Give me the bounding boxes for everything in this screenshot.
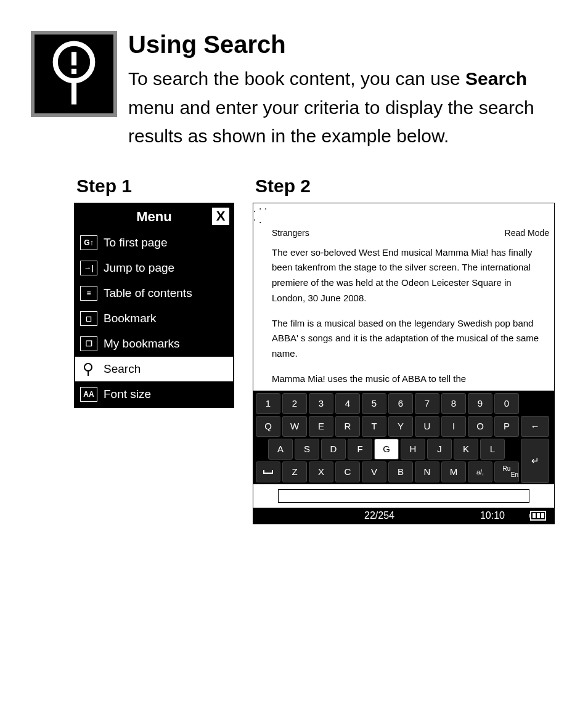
key-backspace[interactable]: ← <box>521 416 549 437</box>
menu-item-font-size[interactable]: AA Font size <box>75 381 233 407</box>
on-screen-keyboard: 1234567890 QWERTYUIOP ← ASDFGHJKL ZXCVBN… <box>253 391 554 484</box>
intro-pre: To search the book content, you can use <box>128 68 465 89</box>
jump-icon: →| <box>80 261 97 275</box>
svg-rect-7 <box>529 514 531 518</box>
key-3[interactable]: 3 <box>309 393 333 414</box>
menu-item-label: Jump to page <box>104 261 174 275</box>
key-language[interactable]: RuEn <box>494 461 519 482</box>
menu-item-jump[interactable]: →| Jump to page <box>75 255 233 280</box>
svg-rect-10 <box>541 513 544 518</box>
key-a[interactable]: A <box>268 439 293 460</box>
key-5[interactable]: 5 <box>362 393 386 414</box>
key-b[interactable]: B <box>388 461 413 482</box>
intro-text: To search the book content, you can use … <box>128 65 557 151</box>
key-x[interactable]: X <box>309 461 333 482</box>
key-l[interactable]: L <box>480 439 505 460</box>
menu-panel: Menu X G↑ To first page →| Jump to page … <box>74 203 234 408</box>
svg-rect-8 <box>533 513 536 518</box>
first-page-icon: G↑ <box>80 235 97 250</box>
reader-paragraph: The ever so-beloved West End musical Mam… <box>272 245 541 306</box>
page-title: Using Search <box>128 31 557 59</box>
key-v[interactable]: V <box>362 461 386 482</box>
intro-bold: Search <box>465 68 527 89</box>
menu-item-label: To first page <box>104 236 168 250</box>
read-mode-label: Read Mode <box>505 228 549 238</box>
svg-rect-1 <box>71 79 76 104</box>
status-bar: 22/254 10:10 <box>253 508 554 524</box>
key-8[interactable]: 8 <box>441 393 466 414</box>
menu-item-label: Search <box>104 362 141 376</box>
key-q[interactable]: Q <box>256 416 280 437</box>
step1-label: Step 1 <box>74 176 234 197</box>
key-0[interactable]: 0 <box>494 393 519 414</box>
step2-label: Step 2 <box>253 176 555 197</box>
menu-item-label: Bookmark <box>104 312 157 325</box>
page-counter: 22/254 <box>364 510 394 521</box>
key-j[interactable]: J <box>427 439 452 460</box>
corner-dots-icon: . · ·· . <box>253 203 554 225</box>
key-f[interactable]: F <box>348 439 372 460</box>
menu-item-toc[interactable]: ≡ Table of contents <box>75 280 233 306</box>
intro-post: menu and enter your criteria to display … <box>128 97 534 147</box>
reader-paragraph: Mamma Mia! uses the music of ABBA to tel… <box>272 372 541 387</box>
bookmarks-icon: ❐ <box>80 336 97 351</box>
clock: 10:10 <box>480 510 505 521</box>
search-icon <box>80 362 97 376</box>
svg-rect-3 <box>71 69 76 74</box>
section-icon <box>31 31 117 117</box>
menu-title-bar: Menu X <box>75 204 233 230</box>
key-symbols[interactable]: a/, <box>468 461 492 482</box>
key-r[interactable]: R <box>335 416 360 437</box>
key-1[interactable]: 1 <box>256 393 280 414</box>
key-i[interactable]: I <box>441 416 466 437</box>
menu-item-my-bookmarks[interactable]: ❐ My bookmarks <box>75 331 233 356</box>
menu-title: Menu <box>136 209 171 225</box>
key-e[interactable]: E <box>309 416 333 437</box>
svg-point-4 <box>84 364 92 371</box>
key-d[interactable]: D <box>321 439 346 460</box>
menu-item-first-page[interactable]: G↑ To first page <box>75 230 233 255</box>
battery-icon <box>529 511 548 521</box>
key-space[interactable] <box>256 461 280 482</box>
font-size-icon: AA <box>80 387 97 402</box>
search-input-bar <box>253 484 554 508</box>
menu-item-label: Font size <box>104 388 151 401</box>
key-t[interactable]: T <box>362 416 386 437</box>
key-g[interactable]: G <box>374 439 399 460</box>
toc-icon: ≡ <box>80 286 97 301</box>
menu-item-label: My bookmarks <box>104 337 180 351</box>
menu-item-bookmark[interactable]: ◻ Bookmark <box>75 306 233 331</box>
reader-paragraph: The film is a musical based on the legen… <box>272 316 541 362</box>
book-title: Strangers <box>272 228 309 238</box>
key-u[interactable]: U <box>415 416 439 437</box>
svg-rect-9 <box>537 513 540 518</box>
key-7[interactable]: 7 <box>415 393 439 414</box>
key-h[interactable]: H <box>401 439 425 460</box>
key-enter[interactable]: ↵ <box>521 439 549 483</box>
key-n[interactable]: N <box>415 461 439 482</box>
key-2[interactable]: 2 <box>282 393 307 414</box>
key-s[interactable]: S <box>295 439 319 460</box>
key-m[interactable]: M <box>441 461 466 482</box>
menu-close-button[interactable]: X <box>211 206 231 226</box>
search-input[interactable] <box>278 489 529 503</box>
key-z[interactable]: Z <box>282 461 307 482</box>
key-p[interactable]: P <box>494 416 519 437</box>
key-6[interactable]: 6 <box>388 393 413 414</box>
key-c[interactable]: C <box>335 461 360 482</box>
svg-rect-2 <box>71 52 76 65</box>
bookmark-icon: ◻ <box>80 311 97 326</box>
menu-item-label: Table of contents <box>104 286 192 300</box>
key-9[interactable]: 9 <box>468 393 492 414</box>
reader-screen: . · ·· . Strangers Read Mode The ever so… <box>253 203 555 524</box>
key-4[interactable]: 4 <box>335 393 360 414</box>
reader-body: The ever so-beloved West End musical Mam… <box>253 239 554 391</box>
key-y[interactable]: Y <box>388 416 413 437</box>
key-o[interactable]: O <box>468 416 492 437</box>
key-w[interactable]: W <box>282 416 307 437</box>
key-k[interactable]: K <box>454 439 478 460</box>
menu-item-search[interactable]: Search <box>75 356 233 381</box>
